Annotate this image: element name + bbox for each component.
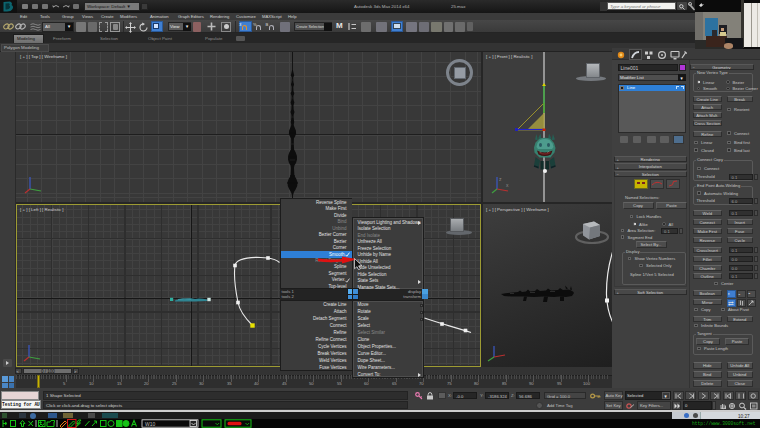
svg-text:W10: W10 xyxy=(145,421,156,427)
svg-text:z: z xyxy=(499,176,502,182)
svg-text:x: x xyxy=(506,182,509,188)
